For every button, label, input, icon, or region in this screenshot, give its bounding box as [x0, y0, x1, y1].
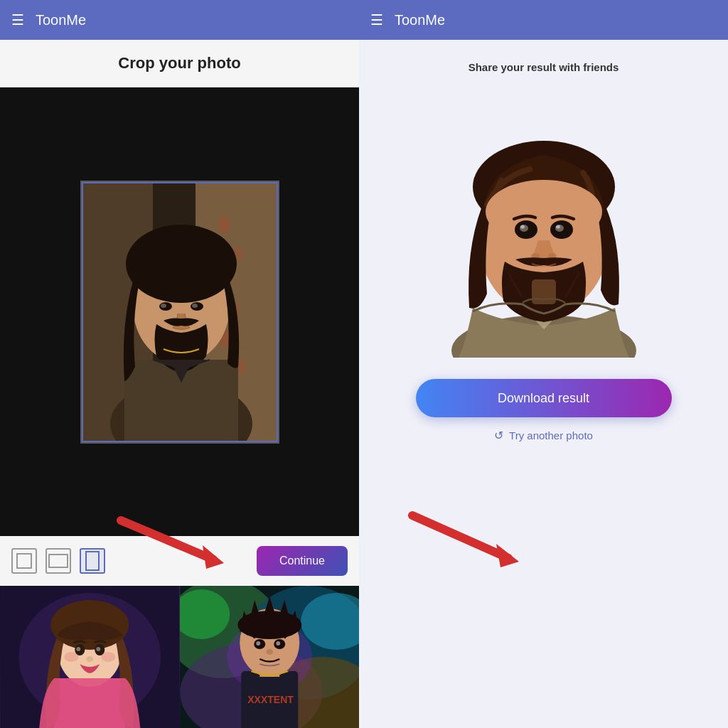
aspect-9-16-icon — [85, 551, 100, 571]
gallery-strip: XXXTENT — [0, 586, 359, 728]
download-button[interactable]: Download result — [416, 379, 672, 417]
svg-point-7 — [237, 360, 246, 374]
right-hamburger-icon[interactable]: ☰ — [370, 11, 383, 28]
svg-point-27 — [96, 647, 100, 651]
gallery-item-2[interactable]: XXXTENT — [180, 586, 360, 728]
right-app-bar: ☰ ToonMe — [359, 0, 728, 40]
aspect-ratio-buttons — [11, 548, 105, 574]
right-panel-wrapper: ☰ ToonMe Share your result with friends — [359, 0, 728, 728]
svg-point-51 — [276, 641, 280, 646]
right-app-title: ToonMe — [395, 12, 445, 28]
svg-point-29 — [101, 652, 115, 662]
app-container: ☰ ToonMe Crop your photo — [0, 0, 728, 728]
right-panel: ☰ ToonMe Share your result with friends — [359, 0, 728, 728]
aspect-1-1-button[interactable] — [11, 548, 37, 574]
gallery-girl — [0, 586, 180, 728]
svg-point-26 — [76, 647, 80, 651]
photo-canvas — [80, 181, 279, 444]
svg-rect-72 — [532, 279, 556, 304]
try-another-label: Try another photo — [509, 429, 593, 441]
svg-point-2 — [218, 216, 230, 233]
svg-point-30 — [86, 656, 93, 662]
left-app-bar: ☰ ToonMe — [0, 0, 359, 40]
refresh-icon: ↺ — [494, 429, 503, 442]
svg-point-68 — [520, 225, 525, 229]
svg-point-16 — [161, 304, 166, 308]
crop-title: Crop your photo — [118, 54, 240, 72]
svg-point-50 — [256, 641, 260, 646]
continue-button[interactable]: Continue — [257, 546, 348, 576]
try-another-button[interactable]: ↺ Try another photo — [494, 429, 593, 442]
toon-svg — [430, 87, 658, 358]
crop-controls: Continue — [0, 536, 359, 586]
photo-svg — [82, 182, 279, 444]
svg-point-63 — [486, 180, 602, 244]
aspect-9-16-button[interactable] — [80, 548, 105, 574]
gallery-2-svg: XXXTENT — [180, 586, 360, 728]
share-text: Share your result with friends — [469, 61, 619, 73]
aspect-16-9-button[interactable] — [46, 548, 71, 574]
aspect-1-1-icon — [16, 553, 32, 569]
left-app-title: ToonMe — [36, 12, 86, 28]
svg-point-13 — [126, 225, 237, 303]
photo-wrapper — [80, 181, 279, 444]
gallery-item-1[interactable] — [0, 586, 180, 728]
svg-point-47 — [237, 611, 301, 639]
result-content: Share your result with friends — [359, 40, 728, 728]
gallery-graffiti: XXXTENT — [180, 586, 360, 728]
hamburger-icon[interactable]: ☰ — [11, 11, 24, 28]
crop-header: Crop your photo — [0, 40, 359, 87]
svg-point-28 — [64, 652, 78, 662]
left-panel-wrapper: ☰ ToonMe Crop your photo — [0, 0, 359, 728]
svg-point-69 — [556, 225, 560, 229]
svg-point-52 — [266, 649, 273, 655]
gallery-1-svg — [0, 586, 180, 728]
crop-area[interactable] — [0, 87, 359, 536]
svg-point-17 — [192, 304, 198, 308]
left-panel: ☰ ToonMe Crop your photo — [0, 0, 359, 728]
svg-text:XXXTENT: XXXTENT — [247, 694, 294, 705]
aspect-16-9-icon — [48, 554, 68, 568]
toon-result-image — [430, 87, 658, 358]
